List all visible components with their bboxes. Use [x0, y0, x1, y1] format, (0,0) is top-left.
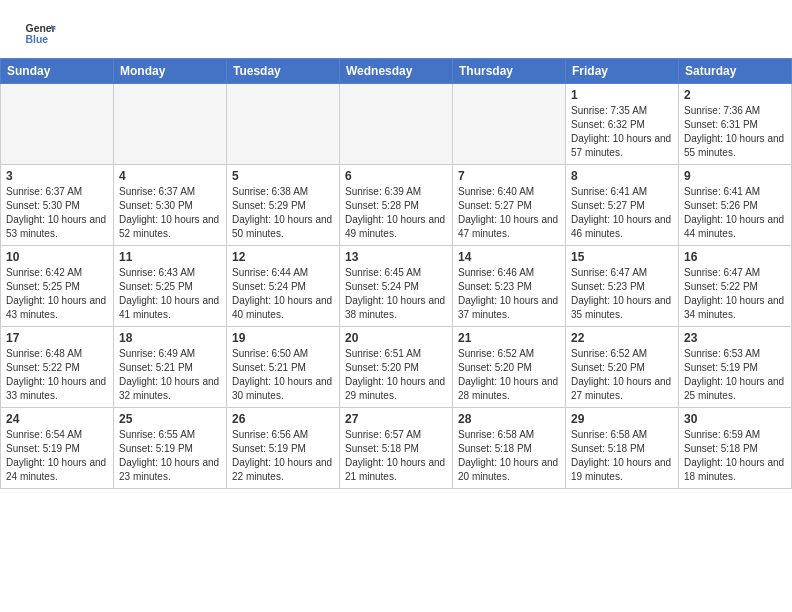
svg-text:Blue: Blue [26, 34, 49, 45]
logo: General Blue [24, 18, 60, 50]
day-info: Sunrise: 6:42 AMSunset: 5:25 PMDaylight:… [6, 266, 108, 322]
day-number: 27 [345, 412, 447, 426]
day-info: Sunrise: 6:37 AMSunset: 5:30 PMDaylight:… [119, 185, 221, 241]
calendar-day-cell: 21Sunrise: 6:52 AMSunset: 5:20 PMDayligh… [453, 327, 566, 408]
day-info: Sunrise: 6:59 AMSunset: 5:18 PMDaylight:… [684, 428, 786, 484]
calendar-week-row: 3Sunrise: 6:37 AMSunset: 5:30 PMDaylight… [1, 165, 792, 246]
day-info: Sunrise: 6:41 AMSunset: 5:26 PMDaylight:… [684, 185, 786, 241]
day-info: Sunrise: 6:50 AMSunset: 5:21 PMDaylight:… [232, 347, 334, 403]
calendar-day-cell: 22Sunrise: 6:52 AMSunset: 5:20 PMDayligh… [566, 327, 679, 408]
weekday-header-tuesday: Tuesday [227, 59, 340, 84]
weekday-header-row: SundayMondayTuesdayWednesdayThursdayFrid… [1, 59, 792, 84]
day-info: Sunrise: 6:51 AMSunset: 5:20 PMDaylight:… [345, 347, 447, 403]
calendar-day-cell: 9Sunrise: 6:41 AMSunset: 5:26 PMDaylight… [679, 165, 792, 246]
day-number: 26 [232, 412, 334, 426]
weekday-header-saturday: Saturday [679, 59, 792, 84]
day-number: 16 [684, 250, 786, 264]
day-number: 29 [571, 412, 673, 426]
day-number: 19 [232, 331, 334, 345]
calendar-day-cell: 10Sunrise: 6:42 AMSunset: 5:25 PMDayligh… [1, 246, 114, 327]
calendar-day-cell [1, 84, 114, 165]
day-number: 14 [458, 250, 560, 264]
calendar-day-cell [114, 84, 227, 165]
day-info: Sunrise: 6:37 AMSunset: 5:30 PMDaylight:… [6, 185, 108, 241]
calendar-day-cell: 1Sunrise: 7:35 AMSunset: 6:32 PMDaylight… [566, 84, 679, 165]
day-info: Sunrise: 6:54 AMSunset: 5:19 PMDaylight:… [6, 428, 108, 484]
weekday-header-friday: Friday [566, 59, 679, 84]
day-info: Sunrise: 6:52 AMSunset: 5:20 PMDaylight:… [571, 347, 673, 403]
day-number: 12 [232, 250, 334, 264]
calendar-day-cell: 17Sunrise: 6:48 AMSunset: 5:22 PMDayligh… [1, 327, 114, 408]
weekday-header-monday: Monday [114, 59, 227, 84]
day-number: 17 [6, 331, 108, 345]
calendar-day-cell: 27Sunrise: 6:57 AMSunset: 5:18 PMDayligh… [340, 408, 453, 489]
weekday-header-thursday: Thursday [453, 59, 566, 84]
calendar-day-cell [227, 84, 340, 165]
calendar-day-cell: 29Sunrise: 6:58 AMSunset: 5:18 PMDayligh… [566, 408, 679, 489]
calendar-day-cell: 5Sunrise: 6:38 AMSunset: 5:29 PMDaylight… [227, 165, 340, 246]
calendar-day-cell: 24Sunrise: 6:54 AMSunset: 5:19 PMDayligh… [1, 408, 114, 489]
calendar-day-cell: 6Sunrise: 6:39 AMSunset: 5:28 PMDaylight… [340, 165, 453, 246]
day-number: 7 [458, 169, 560, 183]
day-info: Sunrise: 6:53 AMSunset: 5:19 PMDaylight:… [684, 347, 786, 403]
calendar-day-cell: 18Sunrise: 6:49 AMSunset: 5:21 PMDayligh… [114, 327, 227, 408]
logo-icon: General Blue [24, 18, 56, 50]
calendar-week-row: 17Sunrise: 6:48 AMSunset: 5:22 PMDayligh… [1, 327, 792, 408]
calendar-day-cell [453, 84, 566, 165]
calendar-day-cell: 15Sunrise: 6:47 AMSunset: 5:23 PMDayligh… [566, 246, 679, 327]
calendar-week-row: 10Sunrise: 6:42 AMSunset: 5:25 PMDayligh… [1, 246, 792, 327]
calendar-day-cell: 20Sunrise: 6:51 AMSunset: 5:20 PMDayligh… [340, 327, 453, 408]
calendar-day-cell: 7Sunrise: 6:40 AMSunset: 5:27 PMDaylight… [453, 165, 566, 246]
day-info: Sunrise: 6:40 AMSunset: 5:27 PMDaylight:… [458, 185, 560, 241]
calendar-day-cell: 8Sunrise: 6:41 AMSunset: 5:27 PMDaylight… [566, 165, 679, 246]
calendar-day-cell: 28Sunrise: 6:58 AMSunset: 5:18 PMDayligh… [453, 408, 566, 489]
day-number: 24 [6, 412, 108, 426]
calendar-day-cell: 30Sunrise: 6:59 AMSunset: 5:18 PMDayligh… [679, 408, 792, 489]
calendar-day-cell: 14Sunrise: 6:46 AMSunset: 5:23 PMDayligh… [453, 246, 566, 327]
day-number: 5 [232, 169, 334, 183]
day-number: 28 [458, 412, 560, 426]
calendar-day-cell: 26Sunrise: 6:56 AMSunset: 5:19 PMDayligh… [227, 408, 340, 489]
calendar-day-cell: 19Sunrise: 6:50 AMSunset: 5:21 PMDayligh… [227, 327, 340, 408]
day-info: Sunrise: 6:55 AMSunset: 5:19 PMDaylight:… [119, 428, 221, 484]
day-number: 3 [6, 169, 108, 183]
day-info: Sunrise: 6:57 AMSunset: 5:18 PMDaylight:… [345, 428, 447, 484]
day-number: 23 [684, 331, 786, 345]
day-number: 9 [684, 169, 786, 183]
calendar-week-row: 24Sunrise: 6:54 AMSunset: 5:19 PMDayligh… [1, 408, 792, 489]
header: General Blue [0, 0, 792, 58]
calendar-day-cell: 4Sunrise: 6:37 AMSunset: 5:30 PMDaylight… [114, 165, 227, 246]
day-number: 13 [345, 250, 447, 264]
day-info: Sunrise: 6:56 AMSunset: 5:19 PMDaylight:… [232, 428, 334, 484]
calendar-day-cell: 11Sunrise: 6:43 AMSunset: 5:25 PMDayligh… [114, 246, 227, 327]
day-number: 15 [571, 250, 673, 264]
day-number: 20 [345, 331, 447, 345]
day-info: Sunrise: 7:36 AMSunset: 6:31 PMDaylight:… [684, 104, 786, 160]
day-number: 25 [119, 412, 221, 426]
calendar-day-cell: 16Sunrise: 6:47 AMSunset: 5:22 PMDayligh… [679, 246, 792, 327]
day-info: Sunrise: 6:46 AMSunset: 5:23 PMDaylight:… [458, 266, 560, 322]
day-number: 1 [571, 88, 673, 102]
calendar-day-cell [340, 84, 453, 165]
day-info: Sunrise: 6:38 AMSunset: 5:29 PMDaylight:… [232, 185, 334, 241]
day-number: 18 [119, 331, 221, 345]
day-number: 10 [6, 250, 108, 264]
calendar-day-cell: 2Sunrise: 7:36 AMSunset: 6:31 PMDaylight… [679, 84, 792, 165]
calendar-week-row: 1Sunrise: 7:35 AMSunset: 6:32 PMDaylight… [1, 84, 792, 165]
calendar-day-cell: 25Sunrise: 6:55 AMSunset: 5:19 PMDayligh… [114, 408, 227, 489]
weekday-header-sunday: Sunday [1, 59, 114, 84]
day-info: Sunrise: 6:58 AMSunset: 5:18 PMDaylight:… [571, 428, 673, 484]
day-info: Sunrise: 6:47 AMSunset: 5:23 PMDaylight:… [571, 266, 673, 322]
day-number: 2 [684, 88, 786, 102]
day-number: 21 [458, 331, 560, 345]
day-number: 8 [571, 169, 673, 183]
calendar-page: General Blue SundayMondayTuesdayWednesda… [0, 0, 792, 612]
day-number: 30 [684, 412, 786, 426]
day-info: Sunrise: 7:35 AMSunset: 6:32 PMDaylight:… [571, 104, 673, 160]
day-info: Sunrise: 6:41 AMSunset: 5:27 PMDaylight:… [571, 185, 673, 241]
calendar-day-cell: 12Sunrise: 6:44 AMSunset: 5:24 PMDayligh… [227, 246, 340, 327]
day-info: Sunrise: 6:43 AMSunset: 5:25 PMDaylight:… [119, 266, 221, 322]
day-info: Sunrise: 6:58 AMSunset: 5:18 PMDaylight:… [458, 428, 560, 484]
day-number: 11 [119, 250, 221, 264]
day-info: Sunrise: 6:45 AMSunset: 5:24 PMDaylight:… [345, 266, 447, 322]
